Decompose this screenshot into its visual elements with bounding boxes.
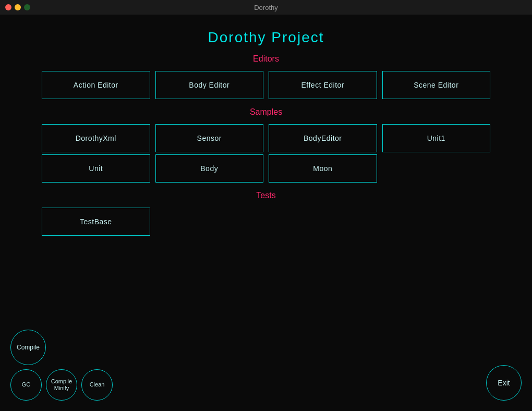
tests-section: Tests TestBase bbox=[42, 191, 490, 236]
maximize-button[interactable] bbox=[24, 4, 30, 10]
samples-row2: Unit Body Moon bbox=[42, 154, 490, 183]
tests-grid: TestBase bbox=[42, 208, 490, 236]
gc-button[interactable]: GC bbox=[10, 369, 42, 401]
editors-label: Editors bbox=[42, 54, 490, 64]
compile-button[interactable]: Compile bbox=[10, 330, 46, 365]
samples-label: Samples bbox=[42, 107, 490, 117]
bottom-left-buttons: Compile GC Compile Minify Clean bbox=[10, 330, 113, 401]
main-content: Dorothy Project Editors Action Editor Bo… bbox=[0, 15, 532, 246]
samples-row1: DorothyXml Sensor BodyEditor Unit1 bbox=[42, 124, 490, 152]
compile-row: Compile bbox=[10, 330, 46, 365]
title-bar: Dorothy bbox=[0, 0, 532, 15]
empty-cell bbox=[382, 154, 491, 183]
close-button[interactable] bbox=[5, 4, 11, 10]
empty-cell-4 bbox=[382, 208, 491, 236]
bottom-right-buttons: Exit bbox=[486, 365, 522, 401]
app-title: Dorothy Project bbox=[208, 29, 324, 46]
scene-editor-button[interactable]: Scene Editor bbox=[382, 71, 491, 99]
action-editor-button[interactable]: Action Editor bbox=[42, 71, 150, 99]
samples-section: Samples DorothyXml Sensor BodyEditor Uni… bbox=[42, 107, 490, 191]
clean-button[interactable]: Clean bbox=[81, 369, 113, 401]
compile-minify-button[interactable]: Compile Minify bbox=[46, 369, 77, 401]
window-title: Dorothy bbox=[254, 4, 278, 11]
bottom-row-buttons: GC Compile Minify Clean bbox=[10, 369, 113, 401]
testbase-button[interactable]: TestBase bbox=[42, 208, 150, 236]
tests-label: Tests bbox=[42, 191, 490, 200]
unit-button[interactable]: Unit bbox=[42, 154, 150, 183]
body-editor-button[interactable]: Body Editor bbox=[155, 71, 264, 99]
moon-button[interactable]: Moon bbox=[269, 154, 377, 183]
minimize-button[interactable] bbox=[15, 4, 21, 10]
editors-section: Editors Action Editor Body Editor Effect… bbox=[42, 54, 490, 107]
traffic-lights bbox=[5, 4, 30, 10]
unit1-button[interactable]: Unit1 bbox=[382, 124, 491, 152]
empty-cell-2 bbox=[155, 208, 264, 236]
dorothyxml-button[interactable]: DorothyXml bbox=[42, 124, 150, 152]
bodyeditor-button[interactable]: BodyEditor bbox=[269, 124, 377, 152]
bottom-bar: Compile GC Compile Minify Clean Exit bbox=[0, 330, 532, 401]
editors-grid: Action Editor Body Editor Effect Editor … bbox=[42, 71, 490, 99]
sensor-button[interactable]: Sensor bbox=[155, 124, 264, 152]
body-button[interactable]: Body bbox=[155, 154, 264, 183]
empty-cell-3 bbox=[269, 208, 377, 236]
exit-button[interactable]: Exit bbox=[486, 365, 522, 401]
effect-editor-button[interactable]: Effect Editor bbox=[269, 71, 377, 99]
